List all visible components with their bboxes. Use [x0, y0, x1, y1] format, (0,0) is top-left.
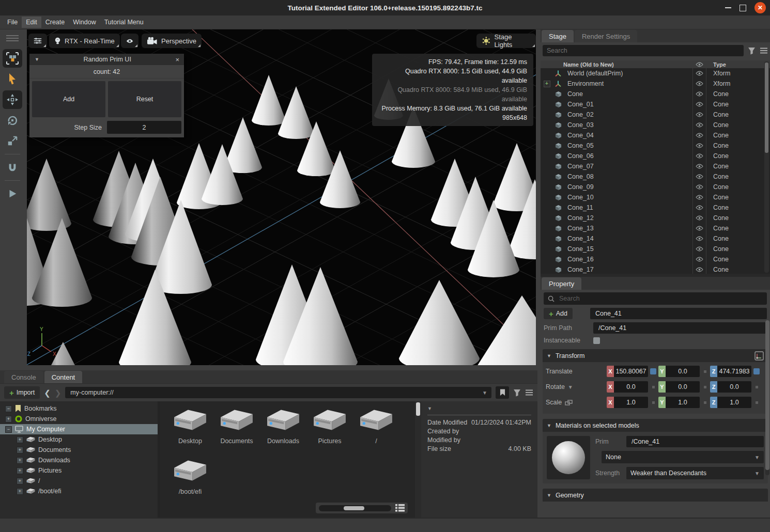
- snap-tool-button[interactable]: [3, 158, 22, 177]
- axis-checkbox[interactable]: [753, 368, 760, 374]
- y-value-field[interactable]: 0.0: [666, 366, 700, 377]
- prim-name[interactable]: Cone_15: [563, 245, 692, 253]
- tree-item-omniverse[interactable]: + Omniverse: [0, 414, 158, 424]
- stage-row[interactable]: Cone_04 Cone: [541, 130, 770, 140]
- viewport-settings-button[interactable]: [28, 34, 47, 48]
- tab-stage[interactable]: Stage: [542, 30, 574, 42]
- reset-button[interactable]: Reset: [108, 81, 181, 117]
- file-item-desktop[interactable]: Desktop: [167, 409, 213, 458]
- menu-file[interactable]: File: [3, 17, 22, 28]
- viewport-3d[interactable]: Y X Z RTX - Real-Time: [27, 29, 536, 365]
- stage-row[interactable]: Cone_03 Cone: [541, 120, 770, 130]
- expand-icon[interactable]: +: [17, 436, 23, 443]
- eye-icon[interactable]: [696, 215, 703, 221]
- eye-icon[interactable]: [696, 122, 703, 128]
- rotate-tool-button[interactable]: [3, 111, 22, 130]
- z-value-field[interactable]: 474.71983: [717, 366, 751, 377]
- stage-row[interactable]: Cone_02 Cone: [541, 109, 770, 120]
- options-icon[interactable]: [525, 389, 533, 396]
- transform-section-header[interactable]: ▼ Transform: [543, 349, 768, 362]
- instanceable-checkbox[interactable]: [593, 337, 600, 344]
- menu-create[interactable]: Create: [41, 17, 69, 28]
- transform-axes-icon[interactable]: [754, 351, 764, 361]
- address-bar[interactable]: ▼: [65, 387, 491, 398]
- eye-icon[interactable]: [696, 81, 703, 86]
- x-value-field[interactable]: 1.0: [614, 397, 648, 408]
- eye-icon[interactable]: [696, 112, 703, 117]
- property-search[interactable]: [544, 292, 767, 305]
- prim-name[interactable]: Cone_14: [563, 235, 692, 242]
- chevron-down-icon[interactable]: ▼: [568, 384, 573, 390]
- expand-icon[interactable]: +: [17, 478, 23, 484]
- axis-checkbox[interactable]: [650, 368, 656, 374]
- stage-row[interactable]: Cone_09 Cone: [541, 182, 770, 192]
- stage-header-row[interactable]: Name (Old to New) Type: [541, 60, 770, 68]
- eye-icon[interactable]: [696, 267, 703, 272]
- tree-item-downloads[interactable]: + Downloads: [0, 455, 158, 465]
- stage-scrollbar[interactable]: [764, 61, 769, 273]
- link-icon[interactable]: [565, 400, 573, 405]
- filter-icon[interactable]: [513, 389, 521, 397]
- property-scrollbar[interactable]: [765, 320, 769, 475]
- z-value-field[interactable]: 1.0: [717, 397, 751, 408]
- file-item-pictures[interactable]: Pictures: [307, 409, 352, 458]
- prim-name[interactable]: Cone_05: [563, 142, 692, 149]
- prim-name[interactable]: Cone_16: [563, 256, 692, 263]
- expand-icon[interactable]: +: [544, 81, 550, 87]
- select-tool-button[interactable]: [3, 70, 22, 88]
- stage-row[interactable]: Cone_13 Cone: [541, 223, 770, 233]
- expand-icon[interactable]: +: [17, 488, 23, 495]
- eye-icon[interactable]: [696, 91, 703, 97]
- eye-icon[interactable]: [696, 71, 703, 76]
- material-dropdown[interactable]: None ▼: [602, 451, 764, 463]
- stage-row[interactable]: Cone_17 Cone: [541, 264, 770, 274]
- tab-render-settings[interactable]: Render Settings: [575, 30, 637, 42]
- import-button[interactable]: + Import: [4, 386, 40, 399]
- prim-name[interactable]: Cone_08: [563, 173, 692, 180]
- minimize-button[interactable]: [725, 7, 731, 8]
- z-value-field[interactable]: 0.0: [717, 381, 751, 393]
- step-size-input[interactable]: [107, 121, 181, 134]
- chevron-down-icon[interactable]: ▼: [482, 390, 487, 396]
- stage-row[interactable]: Cone_05 Cone: [541, 140, 770, 151]
- materials-section-header[interactable]: ▼ Materials on selected models: [543, 419, 768, 432]
- eye-icon[interactable]: [696, 195, 703, 200]
- stage-row[interactable]: Cone_08 Cone: [541, 171, 770, 182]
- stage-row[interactable]: Cone_14 Cone: [541, 233, 770, 244]
- stage-row[interactable]: Cone_06 Cone: [541, 151, 770, 161]
- tab-property[interactable]: Property: [542, 277, 581, 290]
- expand-icon[interactable]: +: [17, 457, 23, 464]
- move-tool-button[interactable]: [3, 90, 22, 109]
- forward-button[interactable]: ❯: [55, 389, 61, 397]
- collapse-icon[interactable]: ▼: [427, 406, 432, 411]
- prim-name[interactable]: Cone: [563, 90, 692, 98]
- file-item-downloads[interactable]: Downloads: [260, 409, 306, 458]
- eye-icon[interactable]: [696, 236, 703, 241]
- prim-name[interactable]: Cone_07: [563, 163, 692, 170]
- eye-icon[interactable]: [696, 184, 703, 190]
- toolbar-drag-handle[interactable]: [6, 34, 19, 43]
- x-value-field[interactable]: 0.0: [614, 381, 648, 393]
- stage-row[interactable]: Cone Cone: [541, 89, 770, 99]
- y-value-field[interactable]: 1.0: [666, 397, 700, 408]
- tree-item--[interactable]: + /: [0, 476, 158, 486]
- stage-row[interactable]: + Environment Xform: [541, 79, 770, 89]
- eye-icon[interactable]: [696, 246, 703, 252]
- size-slider[interactable]: [319, 505, 391, 511]
- expand-icon[interactable]: +: [5, 416, 12, 423]
- strength-dropdown[interactable]: Weaker than Descendants ▼: [626, 467, 764, 479]
- tab-content[interactable]: Content: [44, 371, 83, 383]
- renderer-button[interactable]: RTX - Real-Time: [49, 34, 120, 48]
- prim-name[interactable]: Cone_12: [563, 214, 692, 222]
- stage-row[interactable]: Cone_10 Cone: [541, 192, 770, 202]
- prim-name[interactable]: Cone_17: [563, 266, 692, 273]
- prim-name[interactable]: Cone_11: [563, 204, 692, 211]
- eye-icon[interactable]: [696, 205, 703, 210]
- back-button[interactable]: ❮: [44, 389, 51, 397]
- play-button[interactable]: [3, 184, 22, 203]
- tab-console[interactable]: Console: [4, 371, 43, 383]
- prim-name[interactable]: Cone_06: [563, 152, 692, 160]
- tree-item-my-computer[interactable]: − My Computer: [0, 424, 158, 434]
- property-search-input[interactable]: [558, 294, 763, 303]
- prim-name[interactable]: Environment: [563, 80, 692, 87]
